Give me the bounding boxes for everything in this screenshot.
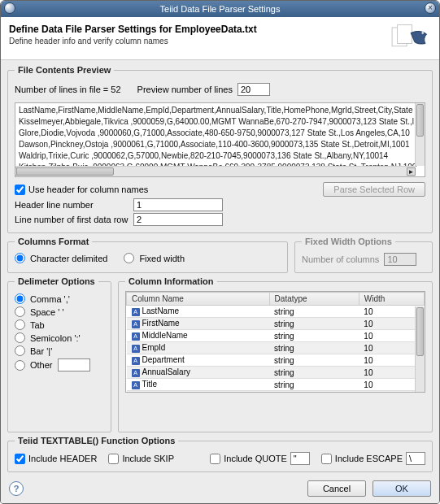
svg-point-2	[422, 32, 424, 33]
preview-line[interactable]: Glore,Diodie,Vojvoda ,9000060,G,71000,As…	[19, 128, 421, 139]
window-title: Teiid Data File Parser Settings	[160, 4, 281, 14]
table-cell[interactable]: string	[269, 330, 359, 342]
table-cell[interactable]: AMiddleName	[127, 330, 270, 342]
escape-char-input[interactable]	[406, 452, 425, 465]
delim-space-label: Space ' '	[30, 307, 64, 317]
columns-format-group: Columns Format Character delimited Fixed…	[7, 237, 288, 273]
delimiter-options-group: Delimeter Options Comma ',' Space ' ' Ta…	[7, 276, 111, 432]
delim-tab-radio[interactable]	[15, 319, 25, 330]
preview-lines-input[interactable]	[237, 83, 270, 96]
first-data-row-input[interactable]	[133, 213, 223, 226]
ok-button[interactable]: OK	[372, 480, 431, 497]
column-table-scrollbar[interactable]	[415, 306, 425, 392]
table-cell[interactable]: string	[269, 391, 359, 393]
column-type-icon: A	[132, 345, 140, 353]
table-row[interactable]: ALastNamestring10	[127, 306, 425, 318]
include-escape-checkbox[interactable]	[321, 454, 332, 464]
columns-format-legend: Columns Format	[15, 237, 92, 246]
table-cell[interactable]: AEmpId	[127, 342, 270, 354]
preview-line[interactable]: Dawson,Pinckney,Ostoja ,9000061,G,71000,…	[19, 139, 421, 150]
close-icon[interactable]: ×	[425, 2, 436, 14]
header: Define Data File Parser Settings for Emp…	[1, 17, 439, 60]
preview-horizontal-scrollbar[interactable]: ◄ ►	[15, 166, 415, 176]
header-line-input[interactable]	[133, 198, 223, 211]
preview-line[interactable]: Waldrip,Trixie,Curic ,9000062,G,57000,Ne…	[19, 150, 421, 162]
scroll-right-icon[interactable]: ►	[407, 167, 416, 176]
preview-vertical-scrollbar[interactable]	[415, 103, 425, 166]
table-cell[interactable]: ATitle	[127, 379, 270, 391]
use-header-checkbox[interactable]	[15, 185, 25, 195]
table-row[interactable]: AFirstNamestring10	[127, 318, 425, 330]
quote-char-input[interactable]	[290, 452, 310, 465]
titlebar: Teiid Data File Parser Settings ×	[1, 1, 439, 17]
table-cell[interactable]: ADepartment	[127, 354, 270, 367]
delimiter-options-legend: Delimeter Options	[15, 276, 98, 286]
table-cell[interactable]: string	[269, 306, 359, 318]
lines-in-file-label: Number of lines in file = 52	[15, 85, 121, 94]
preview-line[interactable]: LastName,FirstName,MiddleName,EmpId,Depa…	[19, 105, 421, 116]
cancel-button[interactable]: Cancel	[307, 480, 366, 497]
char-delimited-label: Character delimited	[30, 254, 107, 263]
preview-text-box: LastName,FirstName,MiddleName,EmpId,Depa…	[15, 102, 425, 177]
header-title: Define Data File Parser Settings for Emp…	[9, 24, 257, 35]
fixed-width-radio[interactable]	[124, 253, 134, 263]
include-escape-label: Include ESCAPE	[335, 454, 403, 463]
delim-bar-label: Bar '|'	[30, 346, 52, 356]
delim-other-radio[interactable]	[15, 360, 25, 371]
include-skip-checkbox[interactable]	[108, 454, 119, 464]
column-header[interactable]: Datatype	[269, 293, 359, 306]
include-header-checkbox[interactable]	[15, 454, 25, 464]
file-contents-preview-legend: File Contents Preview	[15, 65, 114, 75]
char-delimited-radio[interactable]	[15, 253, 25, 263]
table-row[interactable]: AAnnualSalarystring10	[127, 367, 425, 379]
table-cell[interactable]: ALastName	[127, 306, 270, 318]
fixed-width-options-legend: Fixed Width Options	[302, 237, 395, 246]
help-icon[interactable]: ?	[9, 481, 24, 496]
table-cell[interactable]: AFirstName	[127, 318, 270, 330]
header-subtitle: Define header info and verify column nam…	[9, 37, 257, 46]
column-information-group: Column Information Column NameDatatypeWi…	[118, 276, 433, 432]
include-header-label: Include HEADER	[28, 454, 97, 463]
column-header[interactable]: Column Name	[127, 293, 270, 306]
app-icon	[4, 2, 15, 14]
include-quote-checkbox[interactable]	[210, 454, 220, 464]
use-header-label: Use header for column names	[28, 185, 148, 194]
parse-selected-row-button[interactable]: Parse Selected Row	[323, 182, 425, 197]
table-cell[interactable]: string	[269, 367, 359, 379]
svg-rect-1	[398, 25, 412, 44]
delim-tab-label: Tab	[30, 320, 45, 330]
table-cell[interactable]: AHomePhone	[127, 391, 270, 393]
delim-bar-radio[interactable]	[15, 345, 25, 356]
delim-semicolon-label: Semicolon ':'	[30, 333, 81, 343]
column-type-icon: A	[132, 381, 140, 389]
include-skip-label: Include SKIP	[122, 454, 174, 463]
first-data-row-label: Line number of first data row	[15, 215, 129, 224]
delim-space-radio[interactable]	[15, 306, 25, 317]
fixed-width-options-group: Fixed Width Options Number of columns	[294, 237, 433, 273]
preview-line[interactable]: Kisselmeyer,Abbiegale,Tikvica ,9000059,G…	[19, 116, 421, 128]
table-cell[interactable]: AAnnualSalary	[127, 367, 270, 379]
table-cell[interactable]: string	[269, 354, 359, 367]
column-header[interactable]: Width	[359, 293, 424, 306]
texttable-options-legend: Teiid TEXTTABLE() Function Options	[15, 436, 178, 445]
table-row[interactable]: ATitlestring10	[127, 379, 425, 391]
texttable-options-group: Teiid TEXTTABLE() Function Options Inclu…	[7, 436, 433, 472]
fixed-width-label: Fixed width	[139, 254, 185, 263]
table-cell[interactable]: string	[269, 379, 359, 391]
column-type-icon: A	[132, 332, 140, 341]
table-row[interactable]: AEmpIdstring10	[127, 342, 425, 354]
preview-lines-label: Preview number of lines	[137, 85, 233, 94]
table-row[interactable]: ADepartmentstring10	[127, 354, 425, 367]
delim-comma-label: Comma ','	[30, 294, 70, 304]
delim-comma-radio[interactable]	[15, 293, 25, 304]
delim-semicolon-radio[interactable]	[15, 332, 25, 343]
table-row[interactable]: AMiddleNamestring10	[127, 330, 425, 342]
delim-other-input[interactable]	[58, 358, 90, 371]
header-decorative-icon	[390, 24, 431, 53]
column-type-icon: A	[132, 369, 140, 377]
table-cell[interactable]: string	[269, 318, 359, 330]
table-cell[interactable]: string	[269, 342, 359, 354]
table-row[interactable]: AHomePhonestring10	[127, 391, 425, 393]
column-info-table[interactable]: Column NameDatatypeWidth ALastNamestring…	[126, 292, 425, 393]
num-columns-label: Number of columns	[302, 254, 379, 264]
